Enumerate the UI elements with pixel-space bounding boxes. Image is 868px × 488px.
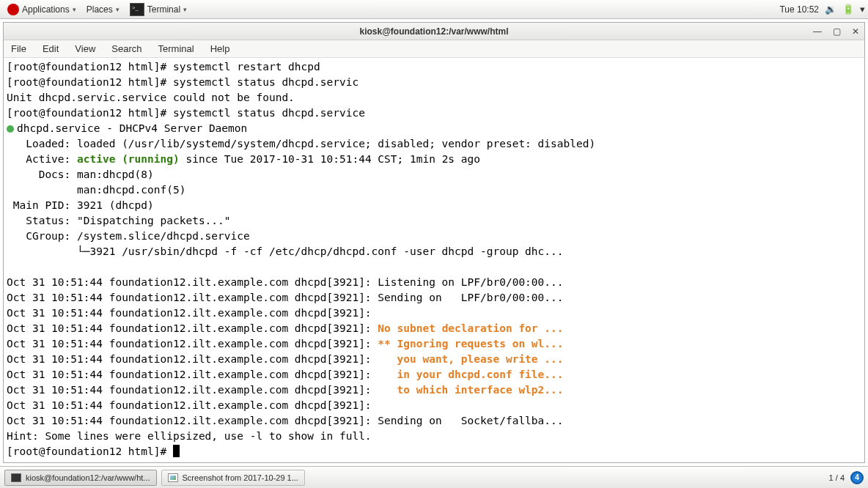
battery-icon[interactable]: 🔋 <box>842 4 854 15</box>
taskbar-item-label: kiosk@foundation12:/var/www/ht... <box>26 473 150 482</box>
applications-label: Applications <box>22 4 70 15</box>
close-button[interactable]: ✕ <box>851 27 860 36</box>
places-label: Places <box>87 4 113 15</box>
terminal-window: kiosk@foundation12:/var/www/html — ▢ ✕ F… <box>3 22 865 463</box>
image-icon <box>168 473 178 482</box>
menubar: File Edit View Search Terminal Help <box>4 40 864 58</box>
titlebar[interactable]: kiosk@foundation12:/var/www/html — ▢ ✕ <box>4 23 864 40</box>
terminal-output[interactable]: [root@foundation12 html]# systemctl rest… <box>4 58 864 462</box>
clock[interactable]: Tue 10:52 <box>779 4 819 15</box>
applications-menu[interactable]: Applications ▾ <box>3 2 81 17</box>
chevron-down-icon: ▾ <box>116 6 119 13</box>
terminal-icon <box>130 3 144 16</box>
menu-help[interactable]: Help <box>207 42 233 56</box>
workspace-indicator[interactable]: 1 / 4 <box>829 473 845 482</box>
maximize-button[interactable]: ▢ <box>832 27 841 36</box>
window-title: kiosk@foundation12:/var/www/html <box>359 26 508 37</box>
workspace-badge[interactable]: 4 <box>850 471 864 484</box>
terminal-launcher[interactable]: Terminal ▾ <box>125 1 191 18</box>
taskbar-item-label: Screenshot from 2017-10-29 1... <box>183 473 298 482</box>
menu-search[interactable]: Search <box>108 42 144 56</box>
chevron-down-icon: ▾ <box>183 6 187 13</box>
volume-icon[interactable]: 🔉 <box>825 4 836 15</box>
menu-file[interactable]: File <box>8 42 29 56</box>
terminal-icon <box>11 473 21 482</box>
bottom-panel: kiosk@foundation12:/var/www/ht... Screen… <box>0 466 868 488</box>
taskbar-item-screenshot[interactable]: Screenshot from 2017-10-29 1... <box>161 470 305 486</box>
top-panel: Applications ▾ Places ▾ Terminal ▾ Tue 1… <box>0 0 868 19</box>
menu-terminal[interactable]: Terminal <box>155 42 197 56</box>
menu-edit[interactable]: Edit <box>40 42 62 56</box>
minimize-button[interactable]: — <box>813 27 822 36</box>
places-menu[interactable]: Places ▾ <box>82 3 124 16</box>
menu-view[interactable]: View <box>72 42 98 56</box>
dropdown-icon[interactable]: ▾ <box>860 4 865 15</box>
chevron-down-icon: ▾ <box>73 6 76 13</box>
redhat-icon <box>7 4 19 15</box>
taskbar-item-terminal[interactable]: kiosk@foundation12:/var/www/ht... <box>4 470 157 486</box>
terminal-launcher-label: Terminal <box>147 4 180 15</box>
